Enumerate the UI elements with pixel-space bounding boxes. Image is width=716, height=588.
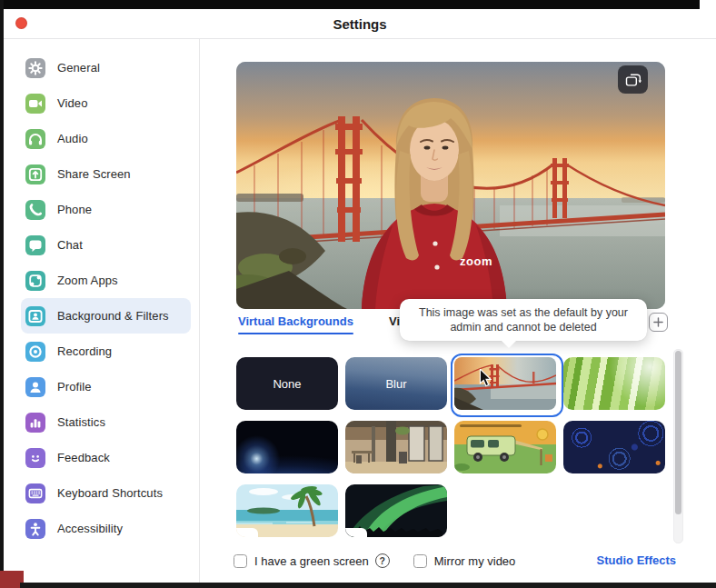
apps-icon [25,271,45,291]
help-icon[interactable]: ? [375,553,390,568]
desktop-edge-left [0,0,4,588]
plus-icon [653,317,663,327]
switch-camera-button[interactable] [618,65,648,94]
tab-virtual-backgrounds[interactable]: Virtual Backgrounds [238,314,353,328]
desktop-edge-top [0,0,700,9]
background-thumb-none[interactable]: None [236,357,338,410]
sidebar-item-keyboard-shortcuts[interactable]: Keyboard Shortcuts [21,475,191,511]
background-thumb-label: None [236,357,338,410]
background-thumb-heritage-pattern[interactable] [563,421,665,473]
background-thumb-golden-gate-bridge[interactable] [454,357,556,410]
camera-flip-icon [623,71,643,89]
screenshot-root: Settings GeneralVideoAudioShare ScreenPh… [0,0,716,588]
mirror-video-checkbox[interactable] [413,554,427,568]
desktop-edge-bottom [20,583,716,588]
sidebar-item-share-screen[interactable]: Share Screen [21,156,191,192]
sidebar-item-recording[interactable]: Recording [21,334,191,369]
sidebar-item-label: Chat [57,238,83,252]
sidebar-list: GeneralVideoAudioShare ScreenPhoneChatZo… [4,50,199,546]
thumb-scroll-notch [345,528,367,537]
bar-chart-icon [25,413,45,433]
sidebar-item-phone[interactable]: Phone [21,192,191,227]
sidebar-item-label: Profile [57,380,92,394]
sidebar-item-feedback[interactable]: Feedback [21,440,191,475]
sidebar-item-general[interactable]: General [21,50,191,85]
smiley-icon [25,448,45,468]
footer-controls: I have a green screen ? Mirror my video [234,549,515,573]
green-screen-label[interactable]: I have a green screen [254,554,369,568]
background-grid: NoneBlur [234,351,672,537]
sidebar-item-label: Video [57,96,88,110]
video-camera-icon [25,94,45,114]
background-filters-panel: zoom Virtual Backgrounds Video Filters [200,39,716,583]
sidebar-item-label: Feedback [57,451,110,464]
sidebar-item-accessibility[interactable]: Accessibility [21,511,191,546]
sidebar-item-label: Statistics [57,415,105,429]
headphones-icon [25,129,45,149]
background-thumb-aurora[interactable] [345,484,447,537]
sidebar-item-background-filters[interactable]: Background & Filters [21,298,191,334]
chat-bubble-icon [25,235,45,255]
preview-scene: zoom [236,62,665,309]
admin-default-tooltip: This image was set as the default by you… [400,299,647,341]
studio-effects-link[interactable]: Studio Effects [597,549,676,573]
sidebar-item-audio[interactable]: Audio [21,121,191,156]
person-icon [25,377,45,397]
sidebar-item-label: Audio [57,132,88,145]
sidebar-item-label: Background & Filters [57,309,169,323]
video-preview: zoom [236,62,665,309]
sidebar-item-label: Zoom Apps [57,274,118,287]
phone-icon [25,200,45,220]
window-title: Settings [4,9,716,38]
mouse-cursor [479,369,492,391]
thumb-scroll-notch [236,528,258,537]
background-filters-icon [25,306,45,326]
shirt-zoom-logo: zoom [460,254,492,268]
background-thumb-cafe-interior[interactable] [345,421,447,473]
background-thumb-beach-palms[interactable] [236,484,338,537]
sidebar-item-profile[interactable]: Profile [21,369,191,404]
settings-sidebar: GeneralVideoAudioShare ScreenPhoneChatZo… [4,39,199,583]
mirror-video-label[interactable]: Mirror my video [434,554,516,568]
sidebar-item-statistics[interactable]: Statistics [21,404,191,440]
sidebar-item-label: Recording [57,344,112,358]
background-thumb-grass[interactable] [563,357,665,410]
green-screen-checkbox[interactable] [234,554,247,568]
sidebar-item-label: Keyboard Shortcuts [57,486,163,500]
accessibility-icon [25,519,45,539]
sidebar-item-video[interactable]: Video [21,85,191,121]
background-thumb-blur[interactable]: Blur [345,357,447,410]
sidebar-item-chat[interactable]: Chat [21,227,191,263]
sidebar-item-label: Phone [57,203,92,216]
background-thumb-label: Blur [345,357,447,410]
keyboard-icon [25,483,45,503]
sidebar-item-label: Accessibility [57,522,123,535]
add-background-button[interactable] [649,313,668,332]
title-bar: Settings [4,9,716,38]
sidebar-item-zoom-apps[interactable]: Zoom Apps [21,263,191,298]
share-screen-icon [25,164,45,184]
settings-window: Settings GeneralVideoAudioShare ScreenPh… [4,9,716,583]
selected-background-ring [451,354,563,417]
sidebar-item-label: Share Screen [57,167,131,181]
gear-icon [25,58,45,78]
record-icon [25,342,45,362]
background-thumb-camper-van-illustration[interactable] [454,421,556,473]
background-thumb-earth-from-space[interactable] [236,421,338,473]
scrollbar-thumb[interactable] [675,351,681,514]
sidebar-item-label: General [57,61,100,75]
